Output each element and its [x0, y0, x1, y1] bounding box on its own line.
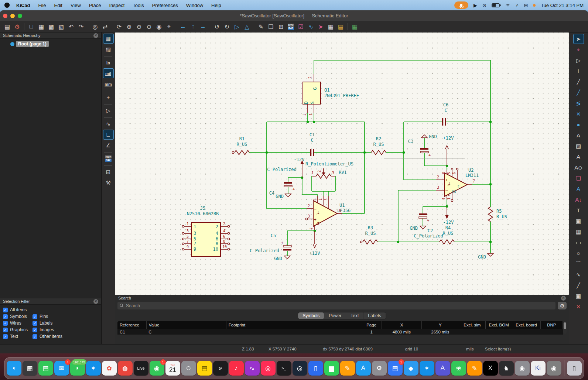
search-input[interactable]: Search [117, 302, 555, 309]
find-replace-icon[interactable]: ⇄ [100, 22, 110, 31]
class-label-icon[interactable]: A◇ [573, 162, 584, 172]
place-symbol-icon[interactable]: ▷ [573, 55, 584, 65]
dock-app-green-icon[interactable]: ▤ [38, 361, 53, 376]
dock-live-icon[interactable]: Live [134, 361, 148, 376]
dock-trash-icon[interactable]: ▯ [567, 361, 582, 376]
filter-all-items[interactable]: ✓All items [3, 307, 33, 312]
power-symbol[interactable] [301, 160, 304, 178]
highlight-net-icon[interactable]: ➤ [316, 22, 326, 31]
dock-photo-booth-icon[interactable]: ◉ [547, 361, 561, 376]
units-mils-icon[interactable]: mil [103, 68, 114, 78]
dock-app-pink-icon[interactable]: ◎ [261, 361, 276, 376]
column-header-footprint[interactable]: Footprint [226, 321, 361, 329]
dock-terminal-icon[interactable]: >_ [277, 361, 291, 376]
checkbox-checked-icon[interactable]: ✓ [3, 328, 8, 332]
dock-leaf-icon[interactable]: ❀ [451, 361, 466, 376]
apple-logo-icon[interactable] [4, 3, 10, 8]
sheet-settings-icon[interactable]: ⚙ [12, 22, 22, 31]
dock-activity-monitor-icon[interactable]: ▆ [324, 361, 339, 376]
rotate-ccw-icon[interactable]: ↺ [212, 22, 222, 31]
component-C4[interactable]: + [284, 182, 295, 192]
component-R3[interactable] [363, 240, 377, 244]
rule-area-icon[interactable]: ▨ [573, 141, 584, 151]
tab-symbols[interactable]: Symbols [298, 312, 324, 319]
power-symbol[interactable] [445, 146, 449, 166]
dock-calendar-icon[interactable]: Tue21 [165, 361, 180, 376]
close-icon[interactable]: ✕ [93, 33, 98, 38]
menu-item-edit[interactable]: Edit [54, 3, 62, 8]
grid-visibility-icon[interactable]: ▦ [103, 34, 114, 44]
dock-x-app-icon[interactable]: X [483, 361, 498, 376]
menu-item-view[interactable]: View [71, 3, 81, 8]
annotate-auto-icon[interactable]: R??R42 [103, 154, 114, 164]
dock-podcasts-icon[interactable]: ∿ [245, 361, 260, 376]
labels-layer[interactable]: Q12N4391_PBFREEC6CR1R_USC1CR2R_USC3GND+1… [187, 76, 507, 261]
simulator-icon[interactable]: ∿ [306, 22, 316, 31]
dock-steam-icon[interactable]: ◎ [293, 361, 307, 376]
table-tool-icon[interactable]: ▦ [573, 227, 584, 237]
paste-icon[interactable]: ▧ [56, 22, 66, 31]
dock-app-orange-icon[interactable]: ✎ [340, 361, 355, 376]
wifi-icon[interactable] [505, 3, 511, 7]
delete-tool-icon[interactable]: ✕ [573, 302, 584, 312]
save-icon[interactable]: ▤ [2, 22, 12, 31]
component-C3[interactable]: + [420, 148, 431, 158]
tab-power[interactable]: Power [324, 312, 346, 319]
rotate-cw-icon[interactable]: ↻ [222, 22, 232, 31]
hierarchy-navigator-icon[interactable]: ⊟ [103, 167, 114, 177]
power-symbol[interactable] [313, 231, 317, 248]
sheet-pin-icon[interactable]: A↓ [573, 195, 584, 205]
rectangle-tool-icon[interactable]: ▭ [573, 237, 584, 247]
draw-bus-icon[interactable]: ╱ [573, 88, 584, 97]
control-center-icon[interactable]: ⊟ [524, 3, 528, 8]
dock-app-red-icon[interactable]: ◍ [118, 361, 133, 376]
dock-finder-icon[interactable]: ◖ [7, 361, 21, 376]
gnd-symbol[interactable] [488, 253, 493, 256]
dock-books-icon[interactable]: ▤1 [388, 361, 403, 376]
dock-pages-icon[interactable]: ✎ [467, 361, 482, 376]
gnd-symbol[interactable] [421, 135, 427, 138]
plot-icon[interactable]: ▩ [46, 22, 56, 31]
play-icon[interactable]: ▶ [474, 3, 477, 8]
dock-vscode-icon[interactable]: ◆ [404, 361, 418, 376]
dock-mail-icon[interactable]: ✉4 [54, 361, 69, 376]
component-C2[interactable]: + [419, 213, 430, 223]
menu-item-tools[interactable]: Tools [133, 3, 144, 8]
properties-manager-icon[interactable]: ⚒ [103, 178, 114, 188]
dock-launchpad-icon[interactable]: ▦ [23, 361, 37, 376]
menu-item-preferences[interactable]: Preferences [152, 3, 178, 8]
pcb-editor-icon[interactable]: ▦ [350, 22, 360, 31]
highlight-net-tool-icon[interactable]: ⌖ [573, 45, 584, 55]
zoom-selection-icon[interactable]: ⌖ [164, 22, 174, 31]
table-scrollbar[interactable] [563, 322, 567, 334]
place-power-icon[interactable]: ⊥ [573, 66, 584, 76]
erc-icon[interactable]: ☑ [296, 22, 306, 31]
spotlight-search-icon[interactable]: ⌕ [516, 2, 519, 8]
browse-libraries-icon[interactable]: ❏ [266, 22, 276, 31]
undo-icon[interactable]: ↶ [66, 22, 76, 31]
microphone-indicator-icon[interactable] [454, 1, 468, 9]
circle-tool-icon[interactable]: ○ [573, 248, 584, 258]
dock-fonts-icon[interactable]: A [435, 361, 450, 376]
units-mm-icon[interactable]: mm [103, 79, 114, 89]
no-connect-icon[interactable]: ✕ [573, 109, 584, 119]
battery-icon[interactable] [492, 3, 500, 7]
mirror-h-icon[interactable]: ▷ [232, 22, 242, 31]
checkbox-checked-icon[interactable]: ✓ [33, 328, 37, 332]
zoom-objects-icon[interactable]: ◉ [154, 22, 164, 31]
component-R5[interactable] [488, 207, 493, 222]
text-tool-icon[interactable]: T [573, 205, 584, 215]
zoom-fit-icon[interactable]: ⊙ [144, 22, 154, 31]
new-sheet-icon[interactable]: □ [26, 22, 36, 31]
dock-keynote-icon[interactable]: A [356, 361, 371, 376]
filter-pins[interactable]: ✓Pins [33, 314, 62, 319]
units-inches-icon[interactable]: in [103, 58, 114, 68]
component-R4[interactable] [440, 240, 454, 244]
column-header-x[interactable]: X [382, 321, 421, 329]
edit-symbol-icon[interactable]: ✎ [256, 22, 266, 31]
bezier-tool-icon[interactable]: ∿ [573, 270, 584, 280]
component-R2[interactable] [371, 150, 386, 155]
gear-icon[interactable]: ⚙ [558, 302, 567, 309]
window-title-bar[interactable]: *SawOscillator [SawOscillator] — Schemat… [0, 10, 588, 21]
fields-table-icon[interactable]: ▦ [326, 22, 336, 31]
